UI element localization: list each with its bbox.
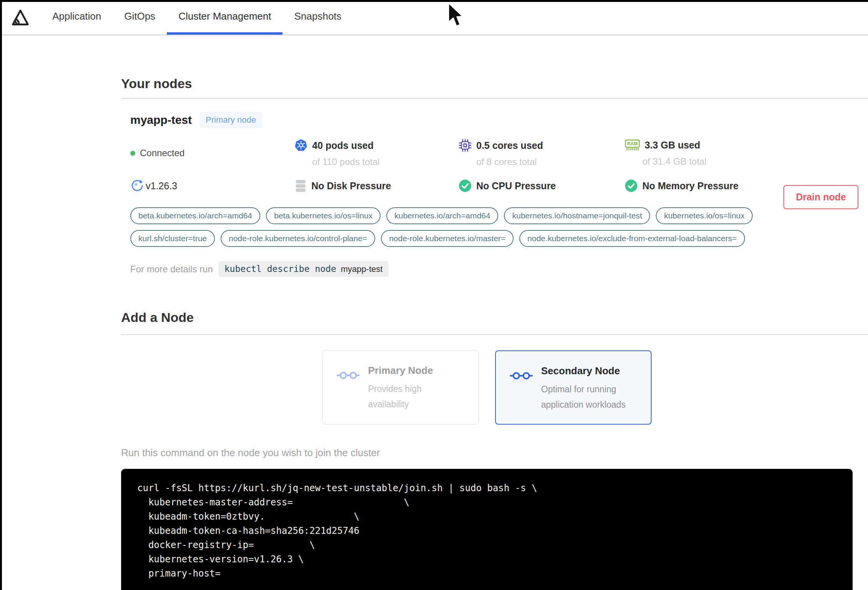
node-label-pill: beta.kubernetes.io/os=linux [266,207,381,224]
drain-node-button[interactable]: Drain node [783,185,858,209]
node-label-pill: kubernetes.io/arch=amd64 [386,207,498,224]
kubectl-command-text: kubectl describe node [224,264,336,274]
node-card: myapp-test Primary node Connected [130,112,853,277]
secondary-node-card[interactable]: Secondary Node Optimal for running appli… [495,350,652,425]
kubectl-command-chip: kubectl describe node myapp-test [218,261,389,277]
memory-pressure-label: No Memory Pressure [642,180,738,192]
node-label-pill: node.kubernetes.io/exclude-from-external… [519,230,745,247]
add-node-section: Add a Node Primary Node Provides high av… [121,310,853,590]
pods-stat: 40 pods used of 110 pods total [294,139,459,167]
disk-pressure-condition: No Disk Pressure [294,179,459,193]
app-logo[interactable] [0,0,41,35]
pods-used-label: 40 pods used [312,140,374,151]
node-label-pill: node-role.kubernetes.io/control-plane= [221,230,375,247]
cores-stat: 0.5 cores used of 8 cores total [459,139,625,167]
connected-dot-icon [130,151,135,156]
section-divider [121,334,868,335]
tab-snapshots[interactable]: Snapshots [283,0,353,35]
section-divider [121,98,868,99]
memory-used-label: 3.3 GB used [645,140,700,151]
primary-node-card[interactable]: Primary Node Provides high availability [323,350,479,425]
disk-icon [294,179,307,192]
main-content: Your nodes myapp-test Primary node Conne… [0,76,868,590]
terminal-line: curl -fsSL https://kurl.sh/jq-new-test-u… [137,481,837,495]
primary-card-description: Provides high availability [368,381,462,412]
cpu-pressure-condition: No CPU Pressure [459,179,625,193]
primary-card-title: Primary Node [368,365,462,377]
cpu-pressure-label: No CPU Pressure [476,180,556,192]
tab-cluster-management[interactable]: Cluster Management [167,0,283,35]
terminal-line: primary-host= [137,567,837,581]
terminal-line: docker-registry-ip= \ [137,538,837,552]
node-label-pill: kubernetes.io/hostname=jonquil-test [504,207,650,224]
cores-used-label: 0.5 cores used [476,140,543,151]
node-stats-grid: Connected [130,139,853,193]
node-label-pill: beta.kubernetes.io/arch=amd64 [130,207,260,224]
terminal-line: kubeadm-token=0ztbvy. \ [137,510,837,524]
nav-tabs: Application GitOps Cluster Management Sn… [41,0,353,35]
primary-node-badge: Primary node [200,112,262,128]
memory-total-label: of 31.4 GB total [642,156,853,167]
tab-application[interactable]: Application [41,0,113,35]
replicated-logo-icon [10,8,30,27]
pods-total-label: of 110 pods total [312,157,459,167]
terminal-line: kubernetes-master-address= \ [137,495,837,510]
secondary-card-description: Optimal for running application workload… [541,382,635,412]
svg-text:RAM: RAM [627,141,637,147]
terminal-line: kubernetes-version=v1.26.3 \ [137,552,837,567]
ram-icon: RAM [625,139,640,152]
node-name: myapp-test [130,113,192,127]
version-history-icon [130,179,144,193]
node-status-label: Connected [140,148,185,158]
kubectl-command-node: myapp-test [341,264,383,274]
node-labels: beta.kubernetes.io/arch=amd64 beta.kuber… [130,207,786,253]
join-command-hint: Run this command on the node you wish to… [121,447,853,459]
tab-gitops[interactable]: GitOps [113,0,167,35]
node-label-pill: kubernetes.io/os=linux [656,207,753,224]
memory-stat: RAM 3.3 GB used of 31.4 GB total [625,139,853,167]
add-node-title: Add a Node [121,310,853,325]
check-circle-icon [625,179,638,192]
node-details-hint: For more details run kubectl describe no… [130,261,853,277]
disk-pressure-label: No Disk Pressure [311,180,391,192]
cpu-icon [459,139,472,152]
node-label-pill: node-role.kubernetes.io/master= [381,230,514,247]
node-type-cards: Primary Node Provides high availability … [121,350,853,425]
node-version-label: v1.26.3 [146,180,177,192]
your-nodes-section: Your nodes myapp-test Primary node Conne… [121,76,853,277]
your-nodes-title: Your nodes [121,76,853,91]
join-command-terminal: curl -fsSL https://kurl.sh/jq-new-test-u… [121,469,853,590]
terminal-line: kubeadm-token-ca-hash=sha256:221d25746 [137,524,837,538]
kubernetes-icon [294,139,308,152]
cores-total-label: of 8 cores total [476,157,625,167]
node-label-pill: kurl.sh/cluster=true [130,230,215,247]
node-status: Connected [130,139,294,167]
secondary-card-title: Secondary Node [541,365,635,377]
node-link-icon [510,370,533,412]
top-nav: Application GitOps Cluster Management Sn… [0,0,868,35]
check-circle-icon [459,179,472,192]
node-version: v1.26.3 [130,179,294,193]
node-link-icon [337,370,360,413]
details-prefix-label: For more details run [130,264,213,275]
